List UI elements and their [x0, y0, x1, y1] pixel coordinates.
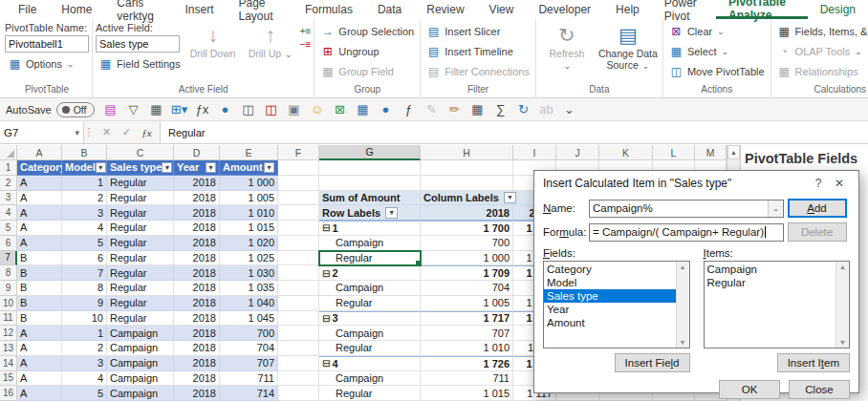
cell-G13[interactable]: Regular	[319, 341, 421, 356]
cell-B8[interactable]: 7	[62, 265, 107, 281]
cell-F7[interactable]	[278, 251, 319, 266]
cancel-icon[interactable]: ✕	[98, 123, 116, 141]
items-listbox[interactable]: CampaignRegular ▲▼	[704, 261, 851, 348]
table-grid-icon[interactable]: ▦	[467, 100, 488, 119]
cell-H2[interactable]	[421, 176, 513, 191]
dialog-close-icon[interactable]: ✕	[829, 177, 850, 190]
pivottable-name-input[interactable]: Pivottabell1	[5, 35, 89, 53]
cell-F3[interactable]	[278, 191, 319, 206]
cell-C14[interactable]: Campaign	[107, 356, 174, 371]
cell-B9[interactable]: 8	[62, 281, 107, 296]
column-header-C[interactable]: C	[107, 145, 174, 160]
cell-G4[interactable]: Row Labels▼	[319, 205, 421, 221]
cell-F5[interactable]	[278, 221, 319, 236]
cell-H10[interactable]: 1 005	[421, 296, 513, 311]
insert-field-button[interactable]: Insert Field	[615, 353, 690, 372]
cell-A4[interactable]: A	[17, 205, 62, 221]
formula-field[interactable]: = Campaign/( Campaign+ Regular)	[589, 223, 784, 242]
cell-C1[interactable]: Sales type▼	[107, 160, 174, 176]
clear-button[interactable]: ⊠ Clear ⌄	[666, 22, 768, 41]
insert-table-icon[interactable]: ⊞▾	[169, 100, 190, 119]
row-header-14[interactable]: 14	[0, 356, 17, 371]
cell-B7[interactable]: 6	[62, 251, 107, 266]
collapse-field-button[interactable]: −≡	[300, 40, 312, 50]
smiley-icon[interactable]: ☺	[307, 100, 328, 119]
cell-B15[interactable]: 4	[62, 371, 107, 387]
fields-items-sets-button[interactable]: ▦ Fields, Items, & Sets ⌄	[774, 22, 868, 41]
insert-timeline-button[interactable]: ▤ Insert Timeline	[423, 42, 532, 61]
cell-D7[interactable]: 2018	[174, 251, 220, 266]
column-header-M[interactable]: M	[695, 145, 727, 160]
formula-input[interactable]: Regular	[161, 121, 868, 143]
cell-D1[interactable]: Year▼	[174, 160, 220, 176]
cell-A13[interactable]: A	[17, 341, 62, 356]
filter-dropdown-icon[interactable]: ▼	[96, 162, 106, 173]
tab-carls-verktyg[interactable]: Carls verktyg	[104, 0, 172, 19]
cell-D15[interactable]: 2018	[174, 371, 220, 387]
name-box[interactable]: G7 ▾	[0, 121, 84, 143]
fields-list-item[interactable]: Model	[544, 276, 676, 289]
items-list-item[interactable]: Regular	[705, 276, 836, 289]
cell-G12[interactable]: Campaign	[319, 326, 421, 341]
options-button[interactable]: ▦ Options ⌄	[5, 54, 89, 74]
column-header-D[interactable]: D	[174, 145, 220, 160]
cell-B11[interactable]: 10	[62, 311, 107, 327]
dialog-help-icon[interactable]: ?	[808, 177, 829, 190]
cell-C4[interactable]: Regular	[107, 205, 174, 221]
tab-developer[interactable]: Developer	[526, 0, 603, 19]
phonetic-icon[interactable]: ab	[536, 100, 557, 119]
cell-B6[interactable]: 5	[62, 236, 107, 251]
fields-list-item[interactable]: Sales type	[544, 289, 676, 303]
row-header-3[interactable]: 3	[0, 191, 17, 206]
cell-H8[interactable]: 1 709	[421, 265, 513, 281]
collapse-group-icon[interactable]: ⊟	[322, 313, 330, 324]
autosum-icon[interactable]: ∑	[490, 100, 511, 119]
cell-C16[interactable]: Campaign	[107, 386, 174, 401]
fields-list-item[interactable]: Year	[544, 303, 676, 316]
cell-E9[interactable]: 1 035	[220, 281, 278, 296]
fields-list-item[interactable]: Category	[544, 263, 676, 276]
add-button[interactable]: Add	[788, 199, 847, 218]
enter-icon[interactable]: ✓	[118, 123, 136, 141]
cell-F9[interactable]	[278, 281, 319, 296]
cell-E5[interactable]: 1 015	[220, 221, 278, 236]
filter-dropdown-icon[interactable]: ▼	[162, 162, 172, 173]
select-all-corner[interactable]	[0, 145, 17, 160]
close-button[interactable]: Close	[789, 380, 850, 399]
cell-C8[interactable]: Regular	[107, 265, 174, 281]
column-header-I[interactable]: I	[513, 145, 556, 160]
column-header-J[interactable]: J	[556, 145, 599, 160]
move-pivottable-button[interactable]: ◫ Move PivotTable	[666, 62, 768, 81]
cell-A3[interactable]: A	[17, 191, 62, 206]
collapse-group-icon[interactable]: ⊟	[322, 268, 330, 279]
filter-dropdown-icon[interactable]: ▼	[206, 162, 216, 173]
column-labels-filter-icon[interactable]: ▼	[504, 192, 516, 203]
cell-D9[interactable]: 2018	[174, 281, 220, 296]
cell-E7[interactable]: 1 025	[220, 251, 278, 266]
cell-H6[interactable]: 700	[421, 236, 513, 251]
group-field-button[interactable]: ▦ Group Field	[317, 62, 417, 81]
olap-tools-button[interactable]: ◔ OLAP Tools ⌄	[774, 42, 868, 61]
cell-F4[interactable]	[278, 205, 319, 221]
cell-C6[interactable]: Regular	[107, 236, 174, 251]
row-header-2[interactable]: 2	[0, 176, 17, 191]
select-button[interactable]: ▦ Select ⌄	[666, 42, 768, 61]
active-field-input[interactable]: Sales type	[96, 35, 180, 53]
filter-connections-button[interactable]: ▤ Filter Connections	[423, 62, 532, 81]
cell-C13[interactable]: Campaign	[107, 341, 174, 356]
cell-D4[interactable]: 2018	[174, 205, 220, 221]
paste-icon[interactable]: ▣	[284, 100, 305, 119]
cell-E6[interactable]: 1 020	[220, 236, 278, 251]
row-header-4[interactable]: 4	[0, 205, 17, 221]
column-header-E[interactable]: E	[220, 145, 278, 160]
cell-A10[interactable]: B	[17, 296, 62, 311]
fields-list-item[interactable]: Amount	[544, 316, 676, 329]
collapse-group-icon[interactable]: ⊟	[322, 222, 330, 233]
cell-F16[interactable]	[278, 386, 319, 401]
row-header-9[interactable]: 9	[0, 281, 17, 296]
column-header-B[interactable]: B	[62, 145, 107, 160]
cell-A7[interactable]: B	[17, 251, 62, 266]
cell-A11[interactable]: B	[17, 311, 62, 327]
change-data-source-button[interactable]: ▤ Change Data Source ⌄	[597, 21, 660, 73]
cell-E12[interactable]: 700	[220, 326, 278, 341]
